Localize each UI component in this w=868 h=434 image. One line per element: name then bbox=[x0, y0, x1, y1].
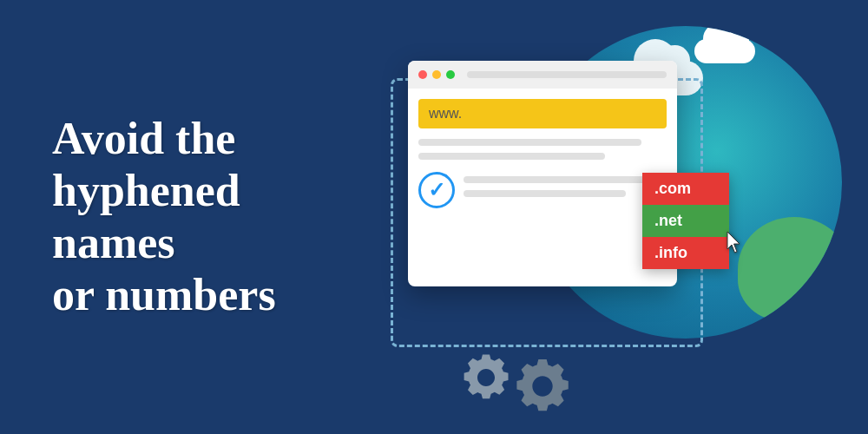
main-heading: Avoid the hyphened names or numbers bbox=[52, 113, 312, 320]
url-bar: www. bbox=[418, 99, 667, 128]
url-text: www. bbox=[429, 106, 462, 121]
gear-small bbox=[460, 352, 512, 404]
domain-popup: .com .net .info bbox=[642, 173, 729, 269]
globe-land bbox=[738, 217, 842, 321]
traffic-light-yellow bbox=[432, 70, 441, 79]
gears-container bbox=[460, 352, 573, 417]
traffic-light-green bbox=[446, 70, 455, 79]
content-area: ✓ bbox=[418, 172, 667, 208]
content-line-3 bbox=[464, 176, 667, 183]
cursor-arrow bbox=[724, 230, 745, 260]
checkmark-icon: ✓ bbox=[428, 178, 445, 202]
content-line-2 bbox=[418, 153, 605, 160]
main-container: Avoid the hyphened names or numbers bbox=[0, 0, 868, 434]
heading-line2: hyphened names bbox=[52, 166, 240, 267]
checkmark-circle: ✓ bbox=[418, 172, 455, 208]
cloud-small bbox=[694, 39, 755, 63]
right-section: www. ✓ .com bbox=[365, 0, 868, 434]
browser-titlebar bbox=[408, 61, 677, 89]
domain-info-label: .info bbox=[654, 244, 687, 261]
content-line-4 bbox=[464, 190, 626, 197]
heading-line1: Avoid the bbox=[52, 114, 235, 163]
heading-line3: or numbers bbox=[52, 270, 276, 319]
content-lines bbox=[464, 172, 667, 208]
browser-window: www. ✓ .com bbox=[408, 61, 677, 286]
left-section: Avoid the hyphened names or numbers bbox=[0, 78, 365, 355]
browser-body: www. ✓ .com bbox=[408, 89, 677, 219]
domain-info: .info bbox=[642, 237, 729, 269]
domain-com-label: .com bbox=[654, 180, 691, 197]
domain-net-label: .net bbox=[654, 212, 682, 229]
gear-large bbox=[512, 356, 573, 417]
content-line-1 bbox=[418, 139, 641, 146]
traffic-light-red bbox=[418, 70, 427, 79]
domain-com: .com bbox=[642, 173, 729, 205]
domain-net: .net bbox=[642, 205, 729, 237]
address-bar-placeholder bbox=[467, 71, 667, 78]
